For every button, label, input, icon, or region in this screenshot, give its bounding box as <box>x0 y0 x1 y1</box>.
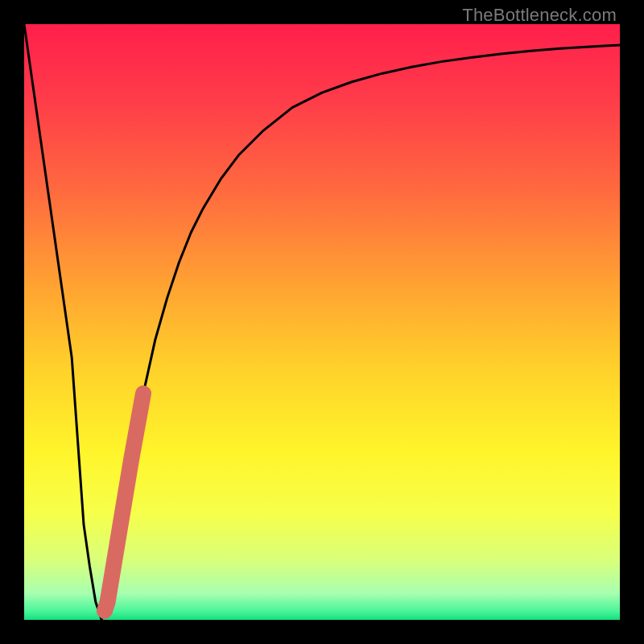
watermark-text: TheBottleneck.com <box>462 5 617 26</box>
highlight-segment <box>105 394 143 611</box>
curve-layer <box>24 24 620 620</box>
plot-area <box>24 24 620 620</box>
chart-frame: TheBottleneck.com <box>0 0 644 644</box>
